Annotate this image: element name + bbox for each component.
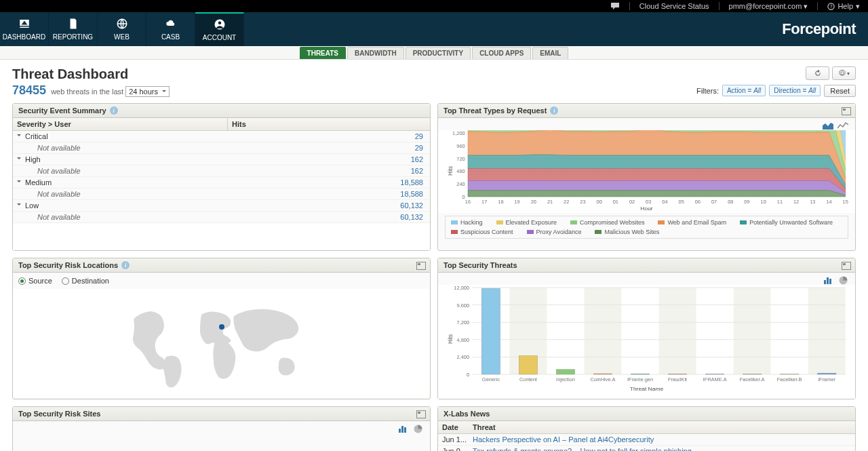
refresh-button[interactable] <box>806 66 829 80</box>
svg-text:08: 08 <box>728 199 733 205</box>
svg-rect-44 <box>827 277 829 284</box>
svg-point-4 <box>218 22 221 25</box>
hits-link[interactable]: 60,132 <box>228 200 430 211</box>
pie-chart-icon[interactable] <box>412 424 423 433</box>
svg-text:960: 960 <box>456 143 465 149</box>
svg-text:Content: Content <box>519 376 537 383</box>
settings-button[interactable]: ▾ <box>832 66 856 80</box>
subtab-productivity[interactable]: PRODUCTIVITY <box>406 47 471 59</box>
svg-rect-43 <box>824 280 826 284</box>
svg-rect-70 <box>593 374 612 374</box>
svg-text:14: 14 <box>826 199 831 205</box>
table-row: Critical29 <box>13 131 430 142</box>
hits-link[interactable]: 29 <box>228 142 430 153</box>
hits-link[interactable]: 162 <box>228 154 430 165</box>
reset-button[interactable]: Reset <box>824 85 856 97</box>
svg-text:0: 0 <box>467 372 469 378</box>
svg-rect-49 <box>659 288 696 374</box>
cloud-status-link[interactable]: Cloud Service Status <box>639 2 709 10</box>
subtab-cloudapps[interactable]: CLOUD APPS <box>472 47 531 59</box>
reporting-icon <box>67 18 79 31</box>
svg-text:02: 02 <box>629 199 635 205</box>
user-menu[interactable]: pmm@forcepoint.com ▾ <box>729 2 808 11</box>
hits-link[interactable]: 162 <box>228 165 430 176</box>
col-hits: Hits <box>228 118 430 130</box>
maximize-icon[interactable] <box>842 262 851 270</box>
news-row: Jun 0...Tax refunds & grants anyone? – H… <box>438 446 855 451</box>
svg-rect-68 <box>556 370 575 374</box>
svg-text:03: 03 <box>646 199 651 205</box>
filter-direction[interactable]: Direction = All <box>769 85 821 96</box>
svg-text:19: 19 <box>514 199 519 205</box>
svg-text:21: 21 <box>547 199 553 205</box>
bar-chart-icon[interactable] <box>397 424 408 433</box>
svg-text:720: 720 <box>456 156 465 162</box>
sub-tabs: THREATS BANDWIDTH PRODUCTIVITY CLOUD APP… <box>0 46 868 60</box>
svg-text:09: 09 <box>744 199 749 205</box>
hits-link[interactable]: 29 <box>228 131 430 142</box>
map-marker[interactable] <box>219 324 224 330</box>
svg-rect-82 <box>817 373 836 374</box>
account-icon <box>214 18 226 32</box>
nav-account[interactable]: ACCOUNT <box>195 12 244 46</box>
svg-text:22: 22 <box>564 199 569 205</box>
line-chart-icon[interactable] <box>837 121 848 130</box>
svg-text:CoinHive.A: CoinHive.A <box>590 376 615 383</box>
table-row: Not available60,132 <box>13 212 430 223</box>
svg-text:10: 10 <box>761 199 766 205</box>
pie-chart-icon[interactable] <box>837 275 848 285</box>
svg-rect-66 <box>519 355 538 374</box>
svg-text:FraudKit: FraudKit <box>668 376 687 383</box>
subtab-threats[interactable]: THREATS <box>300 47 346 59</box>
nav-reporting[interactable]: REPORTING <box>49 12 98 46</box>
svg-text:Hits: Hits <box>447 334 453 344</box>
svg-text:12,000: 12,000 <box>454 285 469 291</box>
panel-threat-types: Top Threat Types by Request i 0240480720… <box>437 103 856 251</box>
nav-casb[interactable]: CASB <box>146 12 195 46</box>
svg-rect-88 <box>404 427 406 433</box>
main-nav: DASHBOARD REPORTING WEB CASB ACCOUNT For… <box>0 12 868 46</box>
maximize-icon[interactable] <box>842 107 851 115</box>
svg-text:11: 11 <box>777 199 783 205</box>
info-icon[interactable]: i <box>550 106 558 115</box>
table-row: Not available29 <box>13 142 430 154</box>
dashboard-icon <box>18 18 31 31</box>
col-threat: Threat <box>469 421 855 433</box>
area-chart-icon[interactable] <box>823 121 833 130</box>
topbar: Cloud Service Status pmm@forcepoint.com … <box>0 0 868 12</box>
hits-link[interactable]: 18,588 <box>228 177 430 188</box>
svg-text:06: 06 <box>695 199 701 205</box>
svg-text:2,400: 2,400 <box>457 355 470 361</box>
svg-rect-45 <box>829 279 831 284</box>
help-menu[interactable]: ?Help ▾ <box>827 2 860 11</box>
radio-source[interactable]: Source <box>18 277 52 285</box>
filters-label: Filters: <box>696 87 719 95</box>
svg-text:9,600: 9,600 <box>457 302 470 309</box>
chat-icon[interactable] <box>610 2 620 11</box>
maximize-icon[interactable] <box>416 262 426 270</box>
info-icon[interactable]: i <box>121 261 130 269</box>
bar-chart: 02,4004,8007,2009,60012,000GenericConten… <box>445 285 848 393</box>
filter-action[interactable]: Action = All <box>722 85 766 96</box>
hits-link[interactable]: 18,588 <box>228 189 430 199</box>
nav-dashboard[interactable]: DASHBOARD <box>0 12 49 46</box>
info-icon[interactable]: i <box>110 106 118 115</box>
bar-chart-icon[interactable] <box>823 275 833 285</box>
hits-link[interactable]: 60,132 <box>228 212 430 222</box>
col-date: Date <box>438 421 469 433</box>
news-link[interactable]: Hackers Perspective on AI – Panel at Ai4… <box>473 435 851 444</box>
news-link[interactable]: Tax refunds & grants anyone? – How not t… <box>473 447 851 451</box>
radio-destination[interactable]: Destination <box>62 277 109 285</box>
nav-web[interactable]: WEB <box>98 12 146 46</box>
panel-title: Top Security Risk Locations <box>18 261 118 269</box>
maximize-icon[interactable] <box>416 410 426 418</box>
subtab-email[interactable]: EMAIL <box>532 47 568 59</box>
subtab-bandwidth[interactable]: BANDWIDTH <box>347 47 404 59</box>
svg-rect-64 <box>481 288 500 374</box>
svg-text:18: 18 <box>498 199 503 205</box>
panel-risk-sites: Top Security Risk Sites <box>12 406 431 451</box>
svg-text:7,200: 7,200 <box>457 319 470 326</box>
svg-rect-72 <box>631 374 650 374</box>
panel-title: Top Threat Types by Request <box>443 106 547 115</box>
time-range-dropdown[interactable]: 24 hours <box>125 86 170 97</box>
